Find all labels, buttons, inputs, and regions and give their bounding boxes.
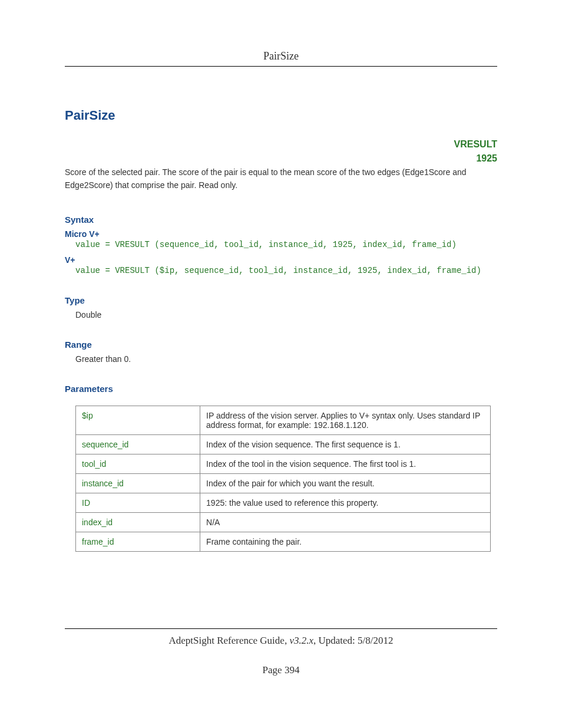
vresult-badge: VRESULT 1925: [65, 137, 497, 166]
type-value: Double: [75, 310, 497, 319]
table-row: frame_id Frame containing the pair.: [76, 532, 491, 551]
table-row: tool_id Index of the tool in the vision …: [76, 454, 491, 473]
page-number: Page 394: [65, 664, 497, 676]
parameters-table: $ip IP address of the vision server. App…: [75, 406, 491, 552]
footer-guide: AdeptSight Reference Guide: [169, 635, 285, 646]
description-text: Score of the selected pair. The score of…: [65, 166, 497, 192]
badge-code: 1925: [65, 151, 497, 166]
parameters-block: Parameters $ip IP address of the vision …: [65, 384, 497, 552]
syntax-block: Syntax Micro V+ value = VRESULT (sequenc…: [65, 215, 497, 275]
param-desc: Index of the pair for which you want the…: [200, 473, 491, 493]
param-desc: Index of the vision sequence. The first …: [200, 434, 491, 454]
page-title: PairSize: [65, 108, 115, 123]
footer-rule: [65, 628, 497, 629]
param-name: tool_id: [76, 454, 200, 473]
type-heading: Type: [65, 295, 497, 305]
footer-version: , v3.2.x: [285, 635, 313, 646]
syntax-heading: Syntax: [65, 215, 497, 225]
vplus-label: V+: [65, 255, 497, 265]
header-rule: [65, 66, 497, 67]
table-row: sequence_id Index of the vision sequence…: [76, 434, 491, 454]
table-row: index_id N/A: [76, 512, 491, 532]
param-desc: Index of the tool in the vision sequence…: [200, 454, 491, 473]
param-name: index_id: [76, 512, 200, 532]
page-container: PairSize PairSize VRESULT 1925 Score of …: [0, 0, 562, 728]
param-name: $ip: [76, 406, 200, 434]
param-desc: N/A: [200, 512, 491, 532]
range-heading: Range: [65, 340, 497, 350]
badge-kind: VRESULT: [65, 137, 497, 151]
table-row: instance_id Index of the pair for which …: [76, 473, 491, 493]
type-block: Type Double: [65, 295, 497, 319]
param-name: instance_id: [76, 473, 200, 493]
vplus-code: value = VRESULT ($ip, sequence_id, tool_…: [75, 266, 497, 275]
footer-text: AdeptSight Reference Guide, v3.2.x, Upda…: [65, 635, 497, 647]
param-desc: Frame containing the pair.: [200, 532, 491, 551]
param-desc: IP address of the vision server. Applies…: [200, 406, 491, 434]
title-row: PairSize: [65, 108, 497, 123]
table-row: $ip IP address of the vision server. App…: [76, 406, 491, 434]
running-header: PairSize: [65, 50, 497, 66]
param-name: sequence_id: [76, 434, 200, 454]
range-block: Range Greater than 0.: [65, 340, 497, 364]
param-name: frame_id: [76, 532, 200, 551]
param-name: ID: [76, 493, 200, 512]
table-row: ID 1925: the value used to reference thi…: [76, 493, 491, 512]
param-desc: 1925: the value used to reference this p…: [200, 493, 491, 512]
micro-vplus-label: Micro V+: [65, 229, 497, 239]
micro-vplus-code: value = VRESULT (sequence_id, tool_id, i…: [75, 240, 497, 249]
range-value: Greater than 0.: [75, 354, 497, 364]
footer-updated: , Updated: 5/8/2012: [313, 635, 394, 646]
parameters-heading: Parameters: [65, 384, 497, 394]
